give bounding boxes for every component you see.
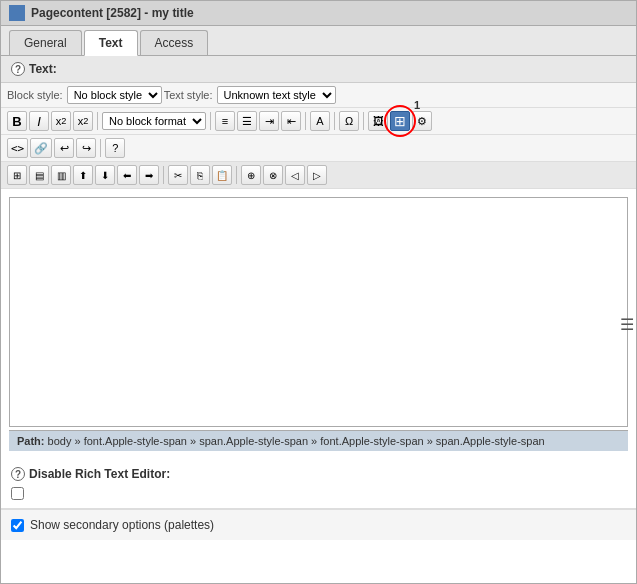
block-style-select[interactable]: No block style xyxy=(67,86,162,104)
title-bar: Pagecontent [2582] - my title xyxy=(1,1,636,26)
toolbar-row-2: B I x2 x2 No block format ≡ ☰ ⇥ ⇤ A Ω 🖼 … xyxy=(1,108,636,135)
path-value: body » font.Apple-style-span » span.Appl… xyxy=(48,435,545,447)
disable-rte-section: ? Disable Rich Text Editor: xyxy=(1,459,636,509)
help-icon[interactable]: ? xyxy=(11,62,25,76)
align-button[interactable]: A xyxy=(310,111,330,131)
footer: Show secondary options (palettes) xyxy=(1,509,636,540)
undo-button[interactable]: ↩ xyxy=(54,138,74,158)
merge-button[interactable]: ⊕ xyxy=(241,165,261,185)
align-right-button[interactable]: ▷ xyxy=(307,165,327,185)
table-button-wrapper: ⊞ 1 xyxy=(390,111,410,131)
table-grid-button[interactable]: ⊞ xyxy=(7,165,27,185)
ordered-list-button[interactable]: ☰ xyxy=(237,111,257,131)
italic-button[interactable]: I xyxy=(29,111,49,131)
bold-button[interactable]: B xyxy=(7,111,27,131)
col-button-1[interactable]: ⬆ xyxy=(73,165,93,185)
help-icon-2[interactable]: ? xyxy=(11,467,25,481)
link-button[interactable]: 🔗 xyxy=(30,138,52,158)
tab-access[interactable]: Access xyxy=(140,30,209,55)
disable-rte-checkbox-row xyxy=(11,487,626,500)
separator-2 xyxy=(210,112,211,130)
paste-button[interactable]: 📋 xyxy=(212,165,232,185)
show-secondary-checkbox[interactable] xyxy=(11,519,24,532)
row-button-1[interactable]: ▤ xyxy=(29,165,49,185)
path-label: Path: xyxy=(17,435,45,447)
separator-8 xyxy=(236,166,237,184)
superscript-button[interactable]: x2 xyxy=(73,111,93,131)
block-style-label: Block style: xyxy=(7,89,63,101)
window-title: Pagecontent [2582] - my title xyxy=(31,6,194,20)
disable-rte-checkbox[interactable] xyxy=(11,487,24,500)
disable-rte-label-row: ? Disable Rich Text Editor: xyxy=(11,467,626,481)
split-button[interactable]: ⊗ xyxy=(263,165,283,185)
window: Pagecontent [2582] - my title General Te… xyxy=(0,0,637,584)
row-button-2[interactable]: ▥ xyxy=(51,165,71,185)
col-button-4[interactable]: ➡ xyxy=(139,165,159,185)
special-char-button[interactable]: Ω xyxy=(339,111,359,131)
subscript-button[interactable]: x2 xyxy=(51,111,71,131)
show-secondary-label: Show secondary options (palettes) xyxy=(30,518,214,532)
cut-button[interactable]: ✂ xyxy=(168,165,188,185)
path-bar: Path: body » font.Apple-style-span » spa… xyxy=(9,430,628,451)
help-button-2[interactable]: ? xyxy=(105,138,125,158)
editor-area: ☰ Path: body » font.Apple-style-span » s… xyxy=(1,189,636,459)
section-title: Text: xyxy=(29,62,57,76)
number-badge: 1 xyxy=(414,99,420,111)
separator-5 xyxy=(363,112,364,130)
copy-button[interactable]: ⎘ xyxy=(190,165,210,185)
align-left-button[interactable]: ◁ xyxy=(285,165,305,185)
separator-4 xyxy=(334,112,335,130)
outdent-button[interactable]: ⇤ xyxy=(281,111,301,131)
extra-button[interactable]: ⚙ xyxy=(412,111,432,131)
image-button[interactable]: 🖼 xyxy=(368,111,388,131)
col-button-3[interactable]: ⬅ xyxy=(117,165,137,185)
page-icon xyxy=(9,5,25,21)
redo-button[interactable]: ↪ xyxy=(76,138,96,158)
toolbar-row-3: <> 🔗 ↩ ↪ ? xyxy=(1,135,636,162)
toolbar-row-4: ⊞ ▤ ▥ ⬆ ⬇ ⬅ ➡ ✂ ⎘ 📋 ⊕ ⊗ ◁ ▷ xyxy=(1,162,636,189)
col-button-2[interactable]: ⬇ xyxy=(95,165,115,185)
disable-rte-label: Disable Rich Text Editor: xyxy=(29,467,170,481)
toolbar-row-1: Block style: No block style Text style: … xyxy=(1,83,636,108)
tab-bar: General Text Access xyxy=(1,26,636,56)
tab-text[interactable]: Text xyxy=(84,30,138,56)
code-button[interactable]: <> xyxy=(7,138,28,158)
section-header: ? Text: xyxy=(1,56,636,83)
block-format-select[interactable]: No block format xyxy=(102,112,206,130)
sidebar-icon[interactable]: ☰ xyxy=(620,315,634,334)
separator-6 xyxy=(100,139,101,157)
text-style-select[interactable]: Unknown text style xyxy=(217,86,336,104)
editor-textarea[interactable] xyxy=(9,197,628,427)
tab-general[interactable]: General xyxy=(9,30,82,55)
unordered-list-button[interactable]: ≡ xyxy=(215,111,235,131)
indent-button[interactable]: ⇥ xyxy=(259,111,279,131)
table-button[interactable]: ⊞ xyxy=(390,111,410,131)
separator-1 xyxy=(97,112,98,130)
separator-3 xyxy=(305,112,306,130)
text-style-label: Text style: xyxy=(164,89,213,101)
separator-7 xyxy=(163,166,164,184)
